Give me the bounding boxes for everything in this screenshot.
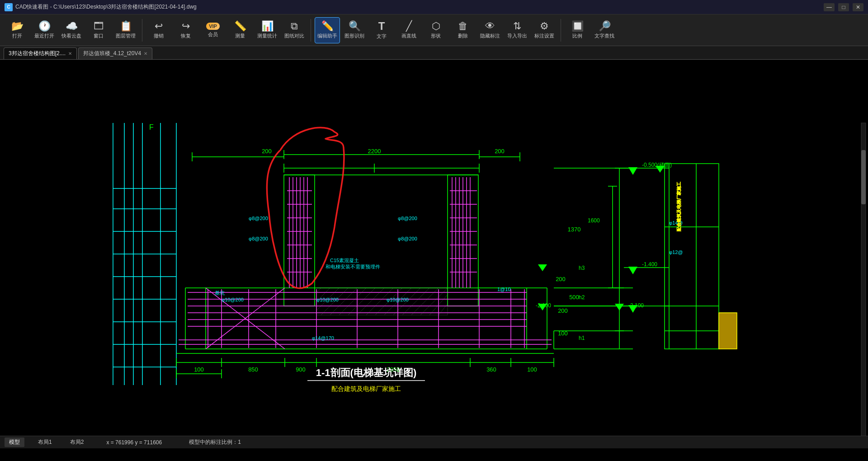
dim-2200: 2200 (368, 148, 381, 155)
toolbar-window-label: 窗口 (94, 33, 104, 39)
rebar-label-8: φ14@170 (312, 335, 334, 341)
rebar-label-2: φ8@200 (249, 236, 268, 241)
shape-id-icon: 🔍 (349, 21, 361, 31)
toolbar-hide-mark-label: 隐藏标注 (480, 33, 500, 39)
dim-1370: 1370 (568, 226, 581, 233)
mark-settings-icon: ⚙ (540, 21, 549, 31)
toolbar-measure[interactable]: 📏 测量 (227, 17, 253, 43)
toolbar-measure-stats[interactable]: 📊 测量统计 (255, 17, 280, 43)
toolbar-text[interactable]: T 文字 (369, 17, 394, 43)
toolbar-recent[interactable]: 🕐 最近打开 (32, 17, 57, 43)
toolbar-layers[interactable]: 📋 图层管理 (113, 17, 138, 43)
f-label: F (149, 123, 154, 131)
toolbar-scale[interactable]: 🔲 比例 (565, 17, 590, 43)
tab-2[interactable]: 邦达值班楼_4.12_t20V4 ✕ (78, 47, 152, 59)
dim-200-bot: 200 (558, 307, 568, 314)
dim-500: 500 (569, 294, 579, 301)
text-search-icon: 🔎 (599, 21, 611, 31)
toolbar-delete-label: 删除 (458, 33, 468, 39)
cad-svg: 200 2200 200 100 850 900 2050 360 100 13… (0, 60, 868, 448)
toolbar-redo-label: 恢复 (181, 33, 191, 39)
title-text: CAD快速看图 - C:\Users\123\Desktop\3邦达宿舍楼结构图… (15, 3, 197, 11)
close-button[interactable]: ✕ (853, 3, 863, 11)
dim-h1: h1 (579, 335, 585, 341)
main-title: 1-1剖面(电梯基坑详图) (316, 367, 416, 378)
dim-h3: h3 (579, 265, 585, 271)
coordinates-display: x = 761996 y = 711606 (106, 439, 162, 446)
dim-200-side: 200 (556, 276, 566, 282)
toolbar-redo[interactable]: ↪ 恢复 (173, 17, 198, 43)
minimize-button[interactable]: — (824, 3, 835, 11)
layers-icon: 📋 (120, 21, 132, 31)
rebar-label-1: φ8@200 (249, 216, 268, 221)
editor-icon: ✏️ (321, 21, 334, 31)
title-bar-controls: — □ ✕ (824, 3, 863, 11)
toolbar-compare[interactable]: ⧉ 图纸对比 (282, 17, 307, 43)
dim-200-right: 200 (495, 148, 505, 155)
toolbar-line[interactable]: ╱ 画直线 (396, 17, 421, 43)
status-tab-layout2[interactable]: 布局2 (66, 437, 89, 447)
separator-1 (142, 19, 142, 42)
toolbar-hide-mark[interactable]: 👁 隐藏标注 (477, 17, 503, 43)
tab-1[interactable]: 3邦达宿舍楼结构图[2.... ✕ (4, 47, 77, 59)
dim-100-side: 100 (558, 330, 568, 337)
toolbar-editor-label: 编辑助手 (317, 33, 337, 39)
toolbar-open[interactable]: 📂 打开 (5, 17, 30, 43)
toolbar-vip[interactable]: VIP 会员 (200, 17, 226, 43)
toolbar-delete[interactable]: 🗑 删除 (450, 17, 476, 43)
svg-rect-141 (719, 313, 737, 349)
toolbar-measure-stats-label: 测量统计 (257, 33, 277, 39)
tab-bar: 3邦达宿舍楼结构图[2.... ✕ 邦达值班楼_4.12_t20V4 ✕ (0, 46, 868, 60)
tab-1-label: 3邦达宿舍楼结构图[2.... (9, 50, 66, 57)
status-tab-layout1[interactable]: 布局1 (33, 437, 57, 447)
subtitle: 配合建筑及电梯厂家施工 (331, 385, 401, 392)
dim-h2: h2 (579, 294, 585, 301)
toolbar-vip-label: 会员 (208, 31, 218, 38)
svg-rect-144 (861, 150, 866, 204)
toolbar-line-label: 画直线 (401, 33, 416, 39)
vertical-annotation: 配合建筑及电梯厂家施工 (676, 182, 681, 231)
rebar-label-6: φ10@200 (316, 297, 339, 302)
toolbar-import-export[interactable]: ⇅ 导入导出 (505, 17, 530, 43)
toolbar-cloud[interactable]: ☁️ 快看云盘 (59, 17, 84, 43)
toolbar-mark-settings[interactable]: ⚙ 标注设置 (532, 17, 557, 43)
toolbar-measure-label: 测量 (235, 33, 245, 39)
cloud-icon: ☁️ (66, 21, 78, 31)
toolbar-shape-id[interactable]: 🔍 图形识别 (342, 17, 367, 43)
undo-icon: ↩ (155, 21, 163, 31)
dim-100-left: 100 (194, 366, 204, 373)
toolbar-layers-label: 图层管理 (116, 33, 136, 39)
toolbar-text-search[interactable]: 🔎 文字查找 (592, 17, 617, 43)
app-icon: C (5, 3, 13, 11)
delete-icon: 🗑 (458, 21, 468, 31)
toolbar-text-search-label: 文字查找 (594, 33, 614, 39)
import-export-icon: ⇅ (513, 21, 521, 31)
recent-icon: 🕐 (38, 21, 51, 31)
toolbar: 📂 打开 🕐 最近打开 ☁️ 快看云盘 🗔 窗口 📋 图层管理 ↩ 撤销 ↪ 恢… (0, 14, 868, 46)
dim-1600: 1600 (588, 217, 600, 224)
separator-3 (561, 19, 561, 42)
toolbar-window[interactable]: 🗔 窗口 (86, 17, 111, 43)
toolbar-scale-label: 比例 (572, 33, 582, 39)
elevation-2100-right: -2.100 (628, 302, 644, 309)
rebar-label-4: φ8@200 (398, 236, 417, 241)
toolbar-mark-settings-label: 标注设置 (534, 33, 554, 39)
tab-2-close[interactable]: ✕ (144, 51, 147, 56)
tab-2-label: 邦达值班楼_4.12_t20V4 (83, 50, 141, 57)
cad-canvas-area[interactable]: 200 2200 200 100 850 900 2050 360 100 13… (0, 60, 868, 448)
rebar-label-5: φ10@200 (222, 297, 244, 302)
dim-850: 850 (248, 366, 258, 373)
note-c15-sub: 和电梯安装不需要预埋件 (326, 264, 380, 269)
dim-200-left: 200 (262, 148, 272, 155)
status-tab-model[interactable]: 模型 (5, 437, 24, 447)
maximize-button[interactable]: □ (838, 3, 849, 11)
measure-stats-icon: 📊 (261, 21, 274, 31)
toolbar-text-label: 文字 (377, 33, 387, 40)
tab-1-close[interactable]: ✕ (68, 51, 72, 56)
note-c15: C15素混凝土 (330, 258, 359, 263)
line-icon: ╱ (406, 21, 412, 31)
toolbar-shape[interactable]: ⬡ 形状 (423, 17, 448, 43)
toolbar-editor[interactable]: ✏️ 编辑助手 (315, 17, 340, 43)
toolbar-undo[interactable]: ↩ 撤销 (146, 17, 171, 43)
status-bar: 模型 布局1 布局2 x = 761996 y = 711606 模型中的标注比… (0, 436, 868, 448)
